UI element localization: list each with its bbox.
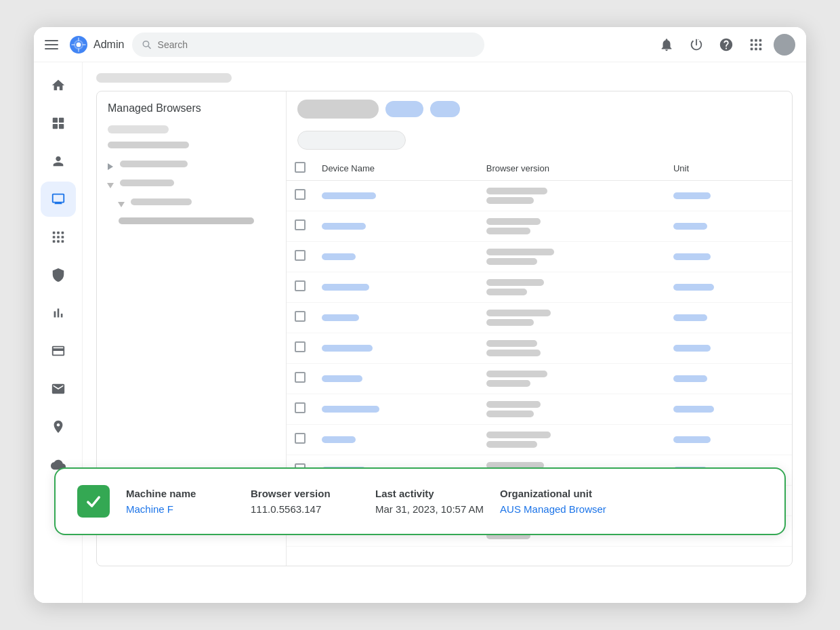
browser-version-cell-6	[478, 364, 665, 394]
sidebar-item-location[interactable]	[41, 409, 76, 444]
sidebar-item-reports[interactable]	[41, 295, 76, 331]
row-checkbox-0[interactable]	[295, 189, 306, 200]
svg-rect-14	[52, 124, 57, 129]
browser-version-cell-7	[478, 394, 665, 425]
highlight-col-org: Organizational unit AUS Managed Browser	[500, 488, 608, 515]
browser-version-cell-2	[478, 242, 665, 272]
action-btn-2[interactable]	[430, 101, 460, 117]
table-row[interactable]	[287, 211, 792, 242]
svg-rect-17	[57, 232, 60, 234]
apps-btn[interactable]	[744, 33, 768, 57]
tree-item-3[interactable]	[108, 180, 275, 192]
breadcrumb-area	[96, 73, 793, 83]
select-all-header[interactable]	[287, 156, 314, 181]
table-row[interactable]	[287, 242, 792, 272]
tree-item-5[interactable]	[108, 217, 275, 230]
row-cb-4[interactable]	[287, 303, 314, 333]
row-cb-5[interactable]	[287, 333, 314, 364]
sidebar-item-security[interactable]	[41, 257, 76, 293]
row-checkbox-5[interactable]	[295, 341, 306, 352]
col-device-name: Device Name	[314, 156, 478, 181]
svg-rect-20	[57, 236, 60, 238]
row-cb-2[interactable]	[287, 242, 314, 272]
sidebar-item-home[interactable]	[41, 68, 76, 103]
row-checkbox-8[interactable]	[295, 433, 306, 444]
tree-item-1[interactable]	[108, 142, 275, 154]
row-checkbox-6[interactable]	[295, 372, 306, 383]
table-row[interactable]	[287, 425, 792, 455]
browser-version-label: Browser version	[251, 488, 359, 499]
svg-rect-24	[61, 240, 64, 243]
menu-icon[interactable]	[45, 37, 61, 53]
help-btn[interactable]	[714, 33, 738, 57]
row-checkbox-4[interactable]	[295, 311, 306, 322]
machine-name-value[interactable]: Machine F	[126, 503, 234, 515]
search-input[interactable]	[158, 39, 476, 50]
org-unit-value[interactable]: AUS Managed Browser	[500, 503, 608, 515]
table-row[interactable]	[287, 394, 792, 425]
unit-cell-7	[665, 394, 792, 425]
row-checkbox-7[interactable]	[295, 402, 306, 413]
search-bar[interactable]	[132, 33, 484, 57]
row-cb-6[interactable]	[287, 364, 314, 394]
browser-version-cell-8	[478, 425, 665, 455]
select-all-checkbox[interactable]	[295, 162, 306, 173]
device-name-cell-5	[314, 333, 478, 364]
unit-cell-5	[665, 333, 792, 364]
svg-rect-5	[759, 39, 762, 41]
table-row[interactable]	[287, 364, 792, 394]
logo-area: Admin	[69, 35, 124, 54]
notification-btn[interactable]	[654, 33, 679, 57]
device-name-cell-2	[314, 242, 478, 272]
main-content: Managed Browsers	[83, 62, 806, 603]
device-name-cell-7	[314, 394, 478, 425]
svg-rect-21	[61, 236, 64, 238]
timer-btn[interactable]	[684, 33, 709, 57]
action-btn-1[interactable]	[385, 101, 423, 117]
unit-cell-1	[665, 211, 792, 242]
sidebar-item-billing[interactable]	[41, 333, 76, 369]
avatar[interactable]	[774, 34, 795, 56]
row-checkbox-1[interactable]	[295, 219, 306, 230]
highlight-col-browser: Browser version 111.0.5563.147	[251, 488, 359, 515]
table-search[interactable]	[297, 131, 406, 150]
sidebar-item-apps[interactable]	[41, 219, 76, 255]
row-cb-3[interactable]	[287, 272, 314, 303]
row-cb-7[interactable]	[287, 394, 314, 425]
search-icon	[142, 39, 152, 50]
app-title: Admin	[93, 39, 124, 51]
svg-rect-3	[751, 39, 753, 41]
unit-cell-8	[665, 425, 792, 455]
browser-version-cell-5	[478, 333, 665, 364]
row-cb-1[interactable]	[287, 211, 314, 242]
svg-rect-8	[759, 43, 762, 46]
unit-cell-3	[665, 272, 792, 303]
svg-rect-18	[61, 232, 64, 234]
svg-rect-19	[52, 236, 55, 238]
tree-item-4[interactable]	[108, 198, 275, 211]
sidebar-item-dashboard[interactable]	[41, 106, 76, 141]
device-name-cell-4	[314, 303, 478, 333]
topbar: Admin	[34, 27, 806, 62]
sidebar-item-devices[interactable]	[41, 182, 76, 217]
row-checkbox-3[interactable]	[295, 280, 306, 291]
device-name-cell-8	[314, 425, 478, 455]
sidebar-item-email[interactable]	[41, 371, 76, 406]
browser-version-cell-3	[478, 272, 665, 303]
row-cb-0[interactable]	[287, 181, 314, 211]
device-name-cell-3	[314, 272, 478, 303]
col-unit: Unit	[665, 156, 792, 181]
sidebar-item-users[interactable]	[41, 144, 76, 179]
row-checkbox-2[interactable]	[295, 250, 306, 261]
filter-btn[interactable]	[297, 100, 379, 119]
table-row[interactable]	[287, 272, 792, 303]
table-row[interactable]	[287, 333, 792, 364]
last-activity-label: Last activity	[375, 488, 484, 499]
tree-item-2[interactable]	[108, 161, 275, 173]
browser-version-cell-1	[478, 211, 665, 242]
device-name-cell-0	[314, 181, 478, 211]
table-row[interactable]	[287, 181, 792, 211]
row-cb-8[interactable]	[287, 425, 314, 455]
table-row[interactable]	[287, 303, 792, 333]
highlight-box: Machine name Machine F Browser version 1…	[83, 467, 786, 535]
